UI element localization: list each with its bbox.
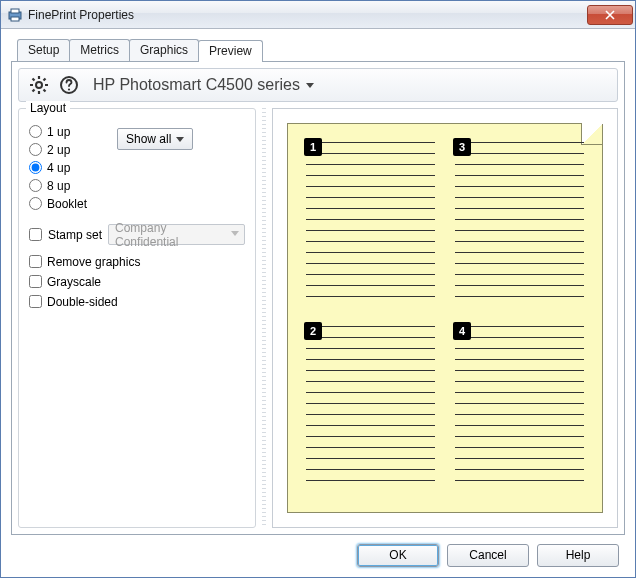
remove-graphics-label[interactable]: Remove graphics (47, 255, 140, 269)
dog-ear-icon (581, 123, 603, 145)
options-column: Layout 1 up 2 up 4 up 8 up Booklet (18, 108, 256, 528)
layout-group-title: Layout (26, 101, 70, 115)
radio-8up[interactable] (29, 179, 42, 192)
svg-point-5 (68, 88, 70, 90)
chevron-down-icon (306, 83, 314, 88)
radio-4up[interactable] (29, 161, 42, 174)
double-sided-checkbox[interactable] (29, 295, 42, 308)
stamp-select: Company Confidential (108, 224, 245, 245)
printer-dropdown[interactable]: HP Photosmart C4500 series (93, 76, 314, 94)
subpage-1: 1 (306, 142, 435, 310)
stamp-value: Company Confidential (115, 221, 226, 249)
cancel-button[interactable]: Cancel (447, 544, 529, 567)
tab-setup[interactable]: Setup (17, 39, 70, 61)
subpage-2: 2 (306, 326, 435, 494)
page-number: 2 (304, 322, 322, 340)
toolbar: HP Photosmart C4500 series (18, 68, 618, 102)
radio-booklet[interactable] (29, 197, 42, 210)
client-area: Setup Metrics Graphics Preview HP Photos… (1, 29, 635, 577)
dialog-footer: OK Cancel Help (11, 535, 625, 569)
svg-rect-2 (11, 17, 19, 21)
radio-2up[interactable] (29, 143, 42, 156)
page-number: 4 (453, 322, 471, 340)
page-number: 3 (453, 138, 471, 156)
radio-1up[interactable] (29, 125, 42, 138)
titlebar: FinePrint Properties (1, 1, 635, 29)
close-button[interactable] (587, 5, 633, 25)
radio-booklet-label[interactable]: Booklet (47, 197, 87, 211)
radio-1up-label[interactable]: 1 up (47, 125, 70, 139)
subpage-4: 4 (455, 326, 584, 494)
subpage-3: 3 (455, 142, 584, 310)
app-icon (7, 7, 23, 23)
svg-rect-1 (11, 9, 19, 13)
radio-2up-label[interactable]: 2 up (47, 143, 70, 157)
tab-graphics[interactable]: Graphics (129, 39, 199, 61)
main-split: Layout 1 up 2 up 4 up 8 up Booklet (18, 108, 618, 528)
stamp-checkbox[interactable] (29, 228, 42, 241)
show-all-label: Show all (126, 132, 171, 146)
help-button[interactable]: Help (537, 544, 619, 567)
chevron-down-icon (176, 137, 184, 142)
remove-graphics-checkbox[interactable] (29, 255, 42, 268)
stamp-label[interactable]: Stamp set (48, 228, 102, 242)
settings-button[interactable] (27, 73, 51, 97)
page-number: 1 (304, 138, 322, 156)
radio-8up-label[interactable]: 8 up (47, 179, 70, 193)
tab-metrics[interactable]: Metrics (69, 39, 130, 61)
layout-group: Layout 1 up 2 up 4 up 8 up Booklet (18, 108, 256, 528)
tabstrip: Setup Metrics Graphics Preview (11, 39, 625, 61)
window-title: FinePrint Properties (28, 8, 587, 22)
help-button[interactable] (57, 73, 81, 97)
double-sided-label[interactable]: Double-sided (47, 295, 118, 309)
preview-panel: HP Photosmart C4500 series Layout 1 up 2… (11, 61, 625, 535)
splitter[interactable] (262, 108, 266, 528)
show-all-button[interactable]: Show all (117, 128, 193, 150)
tab-preview[interactable]: Preview (198, 40, 263, 62)
preview-pane: 1 3 2 4 (272, 108, 618, 528)
grayscale-checkbox[interactable] (29, 275, 42, 288)
ok-button[interactable]: OK (357, 544, 439, 567)
preview-page: 1 3 2 4 (287, 123, 603, 513)
svg-point-3 (36, 82, 42, 88)
dialog-window: FinePrint Properties Setup Metrics Graph… (0, 0, 636, 578)
printer-name: HP Photosmart C4500 series (93, 76, 300, 94)
grayscale-label[interactable]: Grayscale (47, 275, 101, 289)
radio-4up-label[interactable]: 4 up (47, 161, 70, 175)
chevron-down-icon (231, 231, 239, 236)
